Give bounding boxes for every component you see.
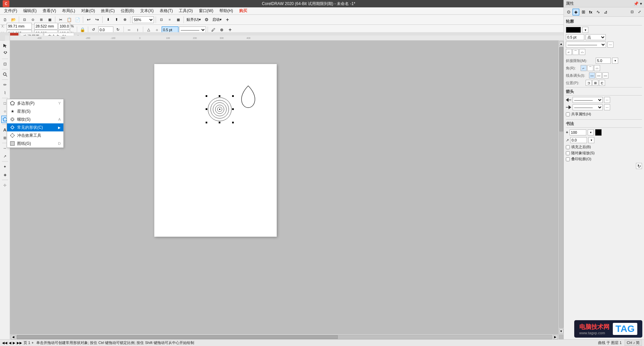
- rp-tab-grid[interactable]: ⊞: [580, 9, 587, 15]
- freehand-btn[interactable]: ✏: [1, 81, 9, 89]
- pos-outside-btn[interactable]: ⊐: [586, 80, 592, 86]
- node-tool-btn[interactable]: [1, 50, 9, 57]
- interactive-btn[interactable]: ⊹: [1, 181, 9, 189]
- page-prev-btn[interactable]: ◀: [9, 341, 11, 345]
- outline-unit-select-rp[interactable]: 点 mm px: [586, 34, 606, 40]
- rp-tab-formula[interactable]: fx: [587, 9, 594, 15]
- star-menu-item[interactable]: ★ 星形(S): [7, 107, 63, 115]
- vscroll-thumb[interactable]: [559, 47, 563, 131]
- arrow-end-select[interactable]: —————: [573, 104, 603, 110]
- menu-tools[interactable]: 工具(O): [176, 7, 195, 14]
- scroll-down-btn[interactable]: ▼: [559, 329, 564, 334]
- arrow-start-select[interactable]: —————: [573, 97, 603, 103]
- h-scrollbar[interactable]: ◀ ▶: [10, 334, 558, 339]
- impact-tool-menu-item[interactable]: 冲击效果工具: [7, 131, 63, 139]
- rp-tab-curve[interactable]: ∿: [595, 9, 601, 15]
- pos-inside-btn[interactable]: ⊏: [599, 80, 605, 86]
- handle-bm[interactable]: [218, 121, 221, 124]
- rp-expand-btn[interactable]: ⊡: [629, 9, 635, 15]
- select-tool-btn[interactable]: [1, 42, 9, 49]
- smart-draw-btn[interactable]: ⌇: [1, 89, 9, 97]
- handle-mr[interactable]: [232, 108, 234, 110]
- page-first-btn[interactable]: ◀◀: [2, 341, 7, 345]
- cap-square-btn[interactable]: —: [602, 72, 608, 78]
- handle-tr[interactable]: [232, 95, 234, 97]
- options-btn[interactable]: ⚙: [203, 16, 210, 23]
- page-next-btn[interactable]: ▶: [13, 341, 15, 345]
- tb-snap-grid[interactable]: ▦: [174, 16, 182, 23]
- tb-snap-page[interactable]: ⊡: [158, 16, 165, 23]
- new-btn[interactable]: 🗋: [1, 16, 9, 23]
- overprint-check[interactable]: [566, 157, 570, 161]
- connector-btn[interactable]: ↗: [1, 153, 9, 160]
- w-input[interactable]: [34, 23, 58, 30]
- redo-btn[interactable]: ↪: [93, 16, 101, 23]
- menu-layout[interactable]: 布局(L): [59, 7, 78, 14]
- calligraphy-color[interactable]: [595, 129, 602, 136]
- menu-buy[interactable]: 购买: [236, 7, 250, 14]
- refresh-btn[interactable]: ↻: [636, 163, 642, 169]
- teardrop-object[interactable]: [240, 84, 257, 109]
- miter-input[interactable]: [596, 58, 611, 64]
- menu-edit[interactable]: 编辑(E): [20, 7, 39, 14]
- add-page-btn[interactable]: +: [32, 341, 34, 345]
- calligraphy-width-spin[interactable]: ▾: [588, 129, 594, 135]
- scroll-left-btn[interactable]: ◀: [11, 335, 16, 339]
- pos-center-btn[interactable]: ⊞: [592, 80, 598, 86]
- rp-tab-style[interactable]: ◈: [573, 9, 579, 15]
- graph-paper-menu-item[interactable]: 图纸(G) D: [7, 139, 63, 148]
- spiral-object[interactable]: [206, 96, 233, 123]
- scroll-right-btn[interactable]: ▶: [553, 335, 558, 339]
- cap-round-btn[interactable]: —: [596, 72, 602, 78]
- arrow-end-more[interactable]: ···: [604, 104, 610, 110]
- scroll-up-btn[interactable]: ▲: [559, 41, 564, 46]
- corner-round-btn[interactable]: ⌒: [573, 49, 579, 55]
- handle-ml[interactable]: [205, 108, 208, 110]
- corner-round-icon[interactable]: ⌒: [587, 65, 593, 71]
- tb-btn3[interactable]: ⊞: [38, 16, 45, 23]
- tb-btn7[interactable]: 📄: [74, 16, 81, 23]
- publish-btn[interactable]: ⊗: [121, 16, 128, 23]
- cap-butt-btn[interactable]: —: [589, 72, 595, 78]
- canvas-area[interactable]: [10, 41, 564, 339]
- outline-width-input[interactable]: [566, 34, 584, 40]
- tb-btn1[interactable]: ⊡: [21, 16, 28, 23]
- import-btn[interactable]: ⬇: [104, 16, 112, 23]
- menu-effects[interactable]: 效果(C): [98, 7, 117, 14]
- startup-btn[interactable]: 启动 ▾: [211, 16, 223, 23]
- spiral-menu-item[interactable]: 螺纹(S) A: [7, 115, 63, 123]
- menu-help[interactable]: 帮助(H): [217, 7, 236, 14]
- outline-style-select[interactable]: ————————: [566, 42, 606, 48]
- outline-color-swatch[interactable]: [566, 27, 581, 33]
- rp-tab-transform[interactable]: ⊿: [602, 9, 609, 15]
- rp-pin-btn[interactable]: 📌: [634, 1, 639, 6]
- handle-bl[interactable]: [205, 121, 208, 124]
- common-shapes-menu-item[interactable]: 常见的形状(C) ▶: [7, 123, 63, 131]
- snap-btn[interactable]: 贴齐(U)▾: [185, 16, 202, 23]
- page-last-btn[interactable]: ▶▶: [17, 341, 22, 345]
- handle-tm[interactable]: [218, 95, 221, 97]
- corner-bevel-icon[interactable]: ⌓: [594, 65, 600, 71]
- scroll-thumb[interactable]: [17, 335, 338, 339]
- menu-text[interactable]: 文本(X): [138, 7, 156, 14]
- handle-br[interactable]: [232, 121, 234, 124]
- calligraphy-width-input[interactable]: [570, 129, 586, 135]
- w-pct-input[interactable]: [58, 23, 70, 30]
- menu-file[interactable]: 文件(F): [1, 7, 20, 14]
- v-scrollbar[interactable]: ▲ ▼: [558, 41, 564, 334]
- menu-view[interactable]: 查看(V): [40, 7, 59, 14]
- shared-props-check[interactable]: [566, 112, 570, 116]
- rp-collapse-btn[interactable]: ⤢: [636, 9, 643, 15]
- rp-tab-properties[interactable]: ⊙: [565, 9, 572, 15]
- corner-sharp-btn[interactable]: ⌐: [566, 49, 572, 55]
- scale-obj-check[interactable]: [566, 151, 570, 155]
- corner-sharp-icon[interactable]: ⌐: [581, 65, 587, 71]
- polygon-menu-item[interactable]: 多边形(P) Y: [7, 99, 63, 107]
- arrow-start-more[interactable]: ···: [604, 97, 610, 103]
- zoom-select[interactable]: 58% 100% 50%: [132, 16, 154, 23]
- tb-plus[interactable]: +: [224, 16, 231, 23]
- menu-window[interactable]: 窗口(W): [196, 7, 216, 14]
- zoom-tool-btn[interactable]: [1, 71, 9, 78]
- crop-tool-btn[interactable]: ⊡: [1, 60, 9, 68]
- menu-object[interactable]: 对象(O): [78, 7, 98, 14]
